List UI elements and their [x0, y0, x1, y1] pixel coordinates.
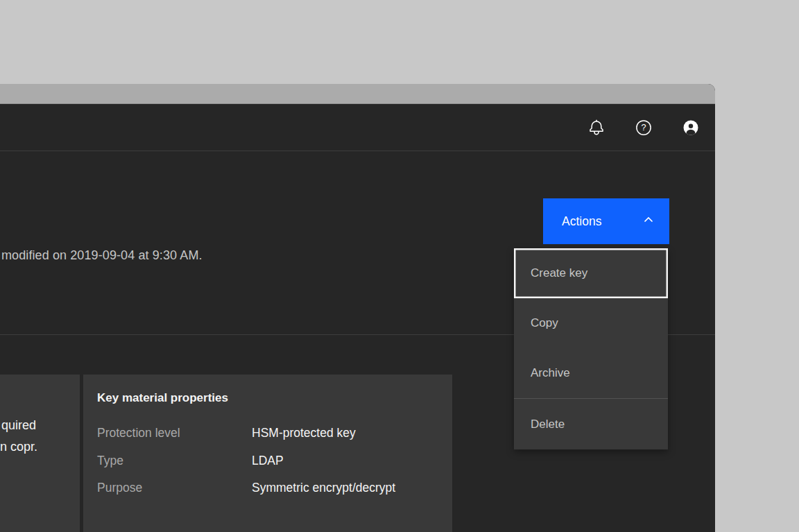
- screen: ? modified on 2019-0: [0, 0, 799, 532]
- property-row-type: Type LDAP: [83, 454, 452, 470]
- actions-button[interactable]: Actions: [543, 198, 669, 244]
- window-title-bar: [0, 84, 715, 104]
- user-profile-button[interactable]: [674, 111, 707, 144]
- property-label: Protection level: [97, 426, 180, 440]
- property-row-purpose: Purpose Symmetric encrypt/decrypt: [83, 481, 452, 497]
- menu-item-label: Delete: [531, 418, 565, 431]
- property-row-protection-level: Protection level HSM-protected key: [83, 426, 452, 443]
- notifications-button[interactable]: [580, 111, 613, 144]
- notification-bell-icon: [588, 119, 605, 136]
- menu-item-archive[interactable]: Archive: [514, 348, 668, 398]
- menu-item-label: Copy: [531, 316, 558, 330]
- svg-text:?: ?: [641, 122, 646, 132]
- property-value: LDAP: [252, 454, 284, 468]
- menu-item-create-key[interactable]: Create key: [514, 248, 668, 298]
- truncated-text-line: quired: [1, 418, 36, 433]
- actions-button-label: Actions: [562, 214, 601, 229]
- key-material-properties-card: Key material properties Protection level…: [83, 375, 452, 532]
- app-window: ? modified on 2019-0: [0, 84, 715, 532]
- menu-item-label: Create key: [531, 266, 587, 280]
- help-button[interactable]: ?: [627, 111, 660, 144]
- user-avatar-icon: [682, 119, 699, 136]
- last-modified-text: modified on 2019-09-04 at 9:30 AM.: [1, 248, 203, 263]
- menu-item-copy[interactable]: Copy: [514, 298, 668, 348]
- menu-item-delete[interactable]: Delete: [514, 399, 668, 449]
- left-card-truncated: quired n copr.: [0, 375, 80, 532]
- chevron-up-icon: [643, 214, 654, 229]
- truncated-text-line: n copr.: [0, 440, 37, 454]
- global-header: ?: [0, 104, 715, 151]
- card-title: Key material properties: [97, 391, 228, 405]
- property-label: Type: [97, 454, 123, 468]
- help-icon: ?: [635, 119, 652, 136]
- property-label: Purpose: [97, 481, 142, 495]
- property-value: HSM-protected key: [252, 426, 356, 440]
- property-value: Symmetric encrypt/decrypt: [252, 481, 395, 495]
- actions-dropdown-menu: Create key Copy Archive Delete: [514, 248, 668, 449]
- menu-item-label: Archive: [531, 366, 570, 380]
